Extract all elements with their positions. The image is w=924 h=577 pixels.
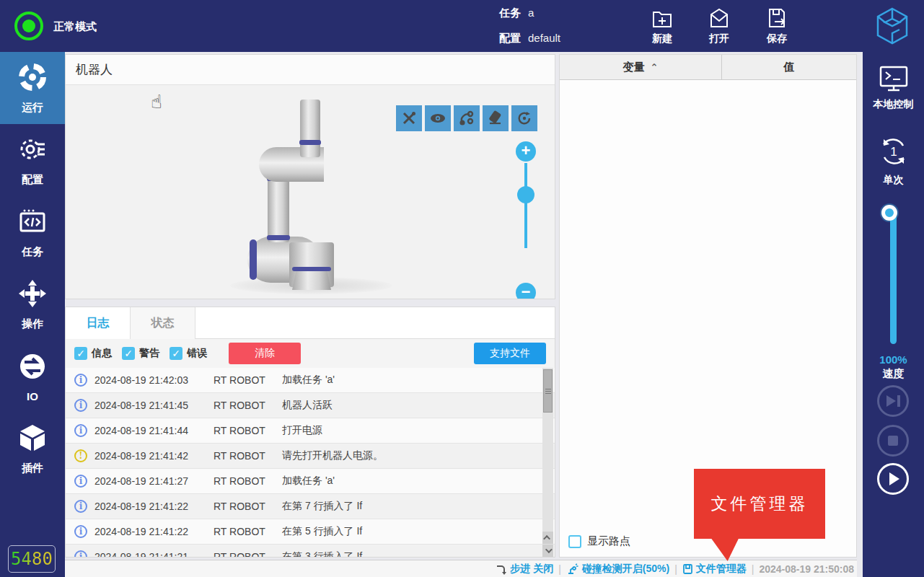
file-manager-status[interactable]: 文件管理器 [682, 563, 747, 576]
eraser-button[interactable] [483, 105, 509, 131]
step-mode-status[interactable]: 步进 关闭 [496, 563, 553, 576]
log-filter-row: ✓ 信息 ✓ 警告 ✓ 错误 清除 支持文件 [66, 339, 555, 368]
warning-icon: ! [74, 449, 87, 462]
task-label: 任务 [499, 6, 521, 19]
info-icon: i [74, 424, 87, 437]
clear-button[interactable]: 清除 [229, 343, 301, 364]
save-button-label: 保存 [754, 32, 800, 45]
log-time: 2024-08-19 21:41:22 [94, 526, 214, 537]
info-icon: i [74, 399, 87, 412]
info-checkbox[interactable]: ✓ [74, 347, 87, 360]
info-icon: i [74, 500, 87, 513]
sidebar-item-config[interactable]: 配置 [0, 124, 65, 196]
separator: | [558, 563, 561, 575]
warning-checkbox[interactable]: ✓ [122, 347, 135, 360]
terminal-icon [878, 82, 910, 94]
log-row[interactable]: ! 2024-08-19 21:41:42 RT ROBOT 请先打开机器人电源… [66, 444, 555, 469]
zoom-out-button[interactable]: − [516, 283, 536, 299]
save-button[interactable]: 保存 [754, 6, 800, 45]
mode-status-icon [14, 12, 43, 40]
play-button[interactable] [877, 463, 909, 495]
sidebar-item-label: 运行 [22, 101, 43, 115]
log-row[interactable]: i 2024-08-19 21:41:22 RT ROBOT 在第 5 行插入了… [66, 519, 555, 545]
scrollbar-thumb[interactable] [543, 369, 553, 413]
separator: | [674, 563, 677, 575]
log-panel: 日志 状态 ✓ 信息 ✓ 警告 ✓ 错误 清除 支持文件 i 2024-08-1… [65, 307, 555, 558]
rotate-button[interactable] [511, 105, 537, 131]
log-row[interactable]: i 2024-08-19 21:41:21 RT ROBOT 在第 3 行插入了… [66, 545, 555, 557]
mode-label: 正常模式 [53, 20, 97, 34]
new-button[interactable]: 新建 [639, 6, 685, 45]
open-button[interactable]: 打开 [696, 6, 742, 45]
log-message: 在第 5 行插入了 If [282, 525, 555, 538]
path-button[interactable] [454, 105, 480, 131]
separator: | [752, 563, 754, 575]
speed-slider-handle[interactable] [881, 205, 897, 221]
stop-button[interactable] [877, 425, 909, 457]
robot-3d-viewport[interactable]: ☝ [66, 85, 555, 299]
file-manager-icon [682, 563, 693, 575]
log-source: RT ROBOT [214, 425, 282, 436]
zoom-slider-track[interactable] [524, 163, 527, 248]
robot-middle-link [268, 176, 289, 242]
log-message: 加载任务 'a' [282, 374, 555, 387]
tab-log[interactable]: 日志 [66, 307, 131, 339]
viewport-toolbar [396, 105, 537, 131]
right-sidebar: 本地控制 1 单次 100% 速度 [863, 52, 924, 577]
log-source: RT ROBOT [214, 475, 282, 487]
log-row[interactable]: i 2024-08-19 21:42:03 RT ROBOT 加载任务 'a' [66, 368, 555, 393]
log-message: 加载任务 'a' [282, 475, 555, 488]
tools-button[interactable] [396, 105, 422, 131]
support-files-button[interactable]: 支持文件 [474, 343, 546, 364]
collision-label: 碰撞检测开启(50%) [582, 563, 669, 576]
zoom-in-button[interactable]: + [516, 141, 536, 162]
log-row[interactable]: i 2024-08-19 21:41:45 RT ROBOT 机器人活跃 [66, 393, 555, 418]
log-time: 2024-08-19 21:41:42 [94, 450, 214, 462]
speed-slider-track[interactable] [890, 214, 897, 344]
collision-detection-status[interactable]: 碰撞检测开启(50%) [566, 563, 669, 576]
robot-ring [292, 267, 331, 271]
log-source: RT ROBOT [214, 526, 282, 537]
speed-value: 100% [863, 353, 924, 366]
open-file-icon [696, 6, 742, 30]
local-control-button[interactable]: 本地控制 [863, 65, 924, 111]
info-icon: i [74, 475, 87, 488]
robot-upper-link [300, 100, 320, 157]
step-label: 步进 关闭 [510, 563, 553, 576]
eye-button[interactable] [425, 105, 451, 131]
status-timestamp: 2024-08-19 21:50:08 [759, 563, 854, 575]
new-file-icon [639, 6, 685, 30]
log-row[interactable]: i 2024-08-19 21:41:22 RT ROBOT 在第 7 行插入了… [66, 494, 555, 519]
error-checkbox[interactable]: ✓ [170, 347, 182, 360]
scroll-down-button[interactable] [542, 545, 553, 557]
sidebar-item-label: 任务 [22, 245, 43, 259]
scroll-up-button[interactable] [542, 532, 553, 544]
zoom-slider-handle[interactable] [517, 186, 534, 203]
show-waypoints-checkbox[interactable] [568, 535, 581, 548]
sidebar-item-label: 操作 [22, 317, 43, 331]
log-source: RT ROBOT [214, 450, 282, 462]
sidebar-item-task[interactable]: 任务 [0, 196, 65, 268]
log-row[interactable]: i 2024-08-19 21:41:44 RT ROBOT 打开电源 [66, 418, 555, 444]
sidebar-item-run[interactable]: 运行 [0, 52, 65, 124]
show-waypoints-label: 显示路点 [587, 534, 630, 548]
step-icon [496, 563, 507, 575]
gear-icon [17, 134, 48, 167]
save-icon [754, 6, 800, 30]
single-run-button[interactable]: 1 单次 [863, 135, 924, 187]
sidebar-item-operate[interactable]: 操作 [0, 268, 65, 340]
sidebar-item-plugin[interactable]: 插件 [0, 413, 65, 485]
log-time: 2024-08-19 21:41:44 [94, 425, 214, 436]
top-bar: 正常模式 任务a 配置default 新建 打开 [0, 0, 924, 52]
code-window-icon [17, 206, 48, 239]
robot-panel-title: 机器人 [66, 55, 555, 85]
tab-status[interactable]: 状态 [131, 307, 195, 339]
zoom-control: + − [516, 141, 537, 162]
log-row[interactable]: i 2024-08-19 21:41:27 RT ROBOT 加载任务 'a' [66, 469, 555, 494]
step-forward-button[interactable] [877, 385, 909, 417]
value-column-header[interactable]: 值 [722, 55, 856, 79]
speed-label: 速度 [863, 367, 924, 381]
log-scrollbar[interactable] [542, 368, 553, 557]
variable-column-header[interactable]: 变量 ⌃ [560, 55, 722, 79]
sidebar-item-io[interactable]: IO [0, 340, 65, 413]
